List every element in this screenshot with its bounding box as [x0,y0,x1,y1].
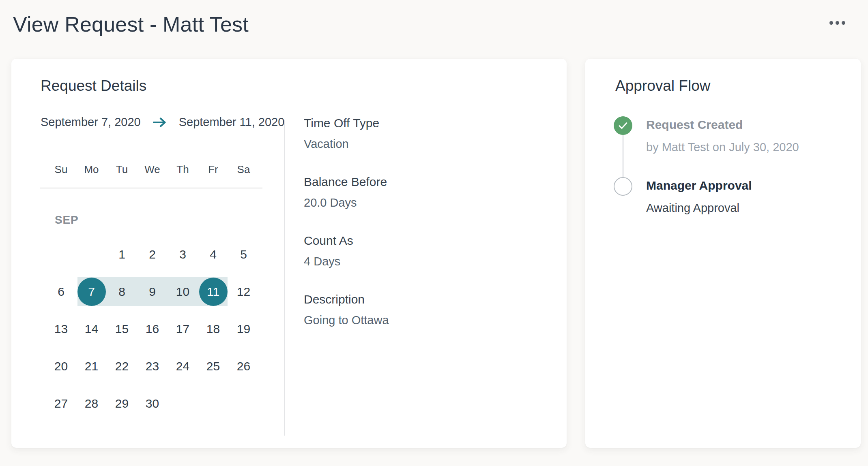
page-title: View Request - Matt Test [13,12,249,36]
calendar-divider [40,188,262,188]
calendar-weekday-header: SuMoTuWeThFrSa [46,163,259,176]
calendar-grid: 1234567891011121314151617181920212223242… [46,236,259,422]
calendar-day: 20 [46,348,76,385]
calendar-day: 12 [228,273,259,310]
calendar-day: 7 [76,273,107,310]
field-label: Description [304,292,389,307]
calendar-day: 8 [107,273,137,310]
calendar-day-empty [168,385,198,422]
date-range: September 7, 2020 September 11, 2020 [41,115,284,129]
end-date: September 11, 2020 [179,115,285,129]
ellipsis-icon [842,21,845,25]
step-title: Manager Approval [646,179,752,192]
calendar-day: 3 [168,236,198,273]
calendar-day: 29 [107,385,137,422]
calendar-day: 15 [107,310,137,348]
request-field: DescriptionGoing to Ottawa [304,292,389,327]
calendar-day-empty [198,385,228,422]
weekday-label: Sa [228,163,259,176]
calendar-day: 16 [137,310,168,348]
step-title: Request Created [646,118,743,132]
calendar-day: 26 [228,348,259,385]
weekday-label: We [137,163,168,176]
calendar-day: 21 [76,348,107,385]
calendar-day: 1 [107,236,137,273]
approval-flow-card: Approval Flow Request Createdby Matt Tes… [585,59,861,448]
request-fields: Time Off TypeVacationBalance Before20.0 … [304,115,389,351]
field-value: 4 Days [304,254,389,269]
calendar-day: 4 [198,236,228,273]
calendar-day: 28 [76,385,107,422]
field-value: Going to Ottawa [304,313,389,327]
calendar-day: 5 [228,236,259,273]
step-subtitle: by Matt Test on July 30, 2020 [646,141,799,154]
calendar-day: 23 [137,348,168,385]
calendar-day: 10 [168,273,198,310]
calendar-day: 13 [46,310,76,348]
calendar-day: 14 [76,310,107,348]
calendar-day-empty [228,385,259,422]
calendar-day: 27 [46,385,76,422]
calendar-day-empty [46,236,76,273]
calendar-day: 18 [198,310,228,348]
selected-day-circle: 7 [77,278,106,306]
calendar-month-label: SEP [55,214,78,227]
calendar-day: 6 [46,273,76,310]
request-field: Time Off TypeVacation [304,115,389,151]
request-details-title: Request Details [41,77,146,94]
calendar-day: 25 [198,348,228,385]
arrow-right-icon [153,117,167,128]
field-label: Count As [304,233,389,248]
weekday-label: Fr [198,163,228,176]
weekday-label: Mo [76,163,107,176]
start-date: September 7, 2020 [41,115,141,129]
calendar-day: 17 [168,310,198,348]
ellipsis-icon [829,21,833,25]
weekday-label: Tu [107,163,137,176]
calendar-day: 2 [137,236,168,273]
weekday-label: Su [46,163,76,176]
calendar-day: 9 [137,273,168,310]
selected-day-circle: 11 [199,278,228,306]
calendar-day: 19 [228,310,259,348]
more-menu-button[interactable] [828,18,847,28]
request-field: Balance Before20.0 Days [304,174,389,210]
weekday-label: Th [168,163,198,176]
step-subtitle: Awaiting Approval [646,201,739,215]
pending-circle-icon [614,177,632,196]
calendar-day: 11 [198,273,228,310]
calendar-day: 30 [137,385,168,422]
ellipsis-icon [836,21,839,25]
request-field: Count As4 Days [304,233,389,269]
field-label: Time Off Type [304,115,389,131]
field-label: Balance Before [304,174,389,190]
step-connector-line [623,135,623,178]
check-circle-icon [614,116,632,135]
approval-steps: Request Createdby Matt Test on July 30, … [585,59,861,448]
calendar-day: 24 [168,348,198,385]
section-divider [284,120,285,436]
calendar-day-empty [76,236,107,273]
request-details-card: Request Details September 7, 2020 Septem… [11,59,567,448]
field-value: 20.0 Days [304,195,389,210]
calendar-day: 22 [107,348,137,385]
field-value: Vacation [304,137,389,151]
